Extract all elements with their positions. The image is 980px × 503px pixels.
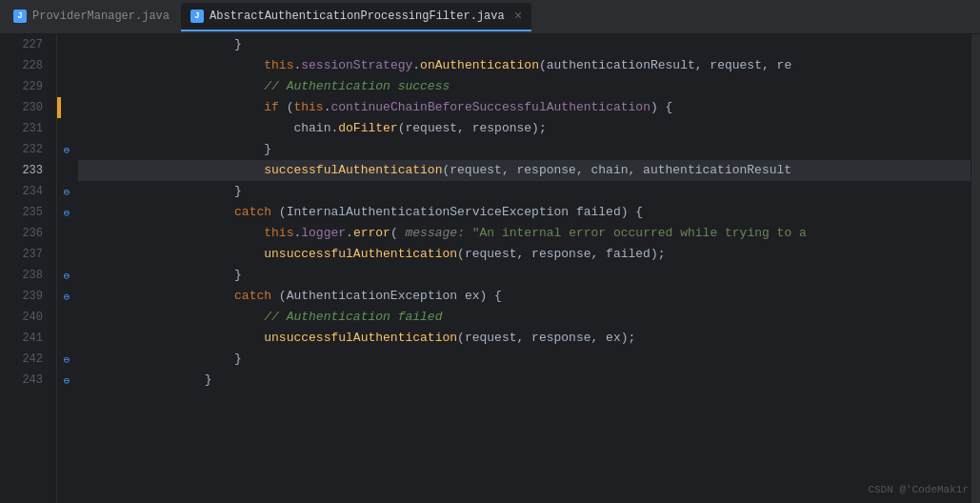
token: (authenticationResult, request, re — [539, 55, 791, 76]
token: . — [346, 223, 353, 244]
line-margin-243: ⊖ — [57, 370, 76, 391]
code-line-228: this.sessionStrategy.onAuthentication(au… — [78, 55, 970, 76]
code-line-243: } — [78, 370, 970, 391]
token: message: — [398, 223, 472, 244]
token: successfulAuthentication — [264, 160, 442, 181]
token: } — [234, 349, 242, 370]
code-line-238: } — [78, 265, 970, 286]
token: doFilter — [338, 118, 397, 139]
code-line-241: unsuccessfulAuthentication(request, resp… — [78, 328, 970, 349]
line-margin-241 — [57, 328, 76, 349]
code-line-239: catch (AuthenticationException ex) { — [78, 286, 970, 307]
editor: 2272282292302312322332342352362372382392… — [0, 34, 980, 503]
line-margin-227 — [57, 34, 76, 55]
line-margin-242: ⊖ — [57, 349, 76, 370]
line-number-231: 231 — [0, 118, 50, 139]
token: chain — [293, 118, 330, 139]
line-margin-234: ⊖ — [57, 181, 76, 202]
token: catch — [234, 286, 271, 307]
token: logger — [301, 223, 346, 244]
line-number-238: 238 — [0, 265, 50, 286]
code-line-232: } — [78, 139, 970, 160]
token: // Authentication success — [264, 76, 450, 97]
token: . — [293, 223, 301, 244]
token: (request, response, failed); — [457, 244, 665, 265]
line-margin-240 — [57, 307, 76, 328]
line-number-236: 236 — [0, 223, 50, 244]
tab-provider[interactable]: J ProviderManager.java — [4, 3, 179, 31]
line-number-240: 240 — [0, 307, 50, 328]
line-margin-235: ⊖ — [57, 202, 76, 223]
token: ( — [271, 286, 287, 307]
token: onAuthentication — [420, 55, 539, 76]
line-number-228: 228 — [0, 55, 50, 76]
token: ( — [279, 97, 294, 118]
code-line-242: } — [78, 349, 970, 370]
code-line-230: if (this.continueChainBeforeSuccessfulAu… — [78, 97, 970, 118]
code-line-229: // Authentication success — [78, 76, 970, 97]
token: (request, response); — [398, 118, 547, 139]
code-line-235: catch (InternalAuthenticationServiceExce… — [78, 202, 970, 223]
tab-abstract[interactable]: J AbstractAuthenticationProcessingFilter… — [181, 3, 531, 31]
code-line-236: this.logger.error( message: "An internal… — [78, 223, 970, 244]
line-margin-230 — [57, 97, 76, 118]
token: this — [264, 223, 293, 244]
token: catch — [234, 202, 271, 223]
token: error — [353, 223, 390, 244]
code-line-227: } — [78, 34, 970, 55]
token: ex) { — [457, 286, 502, 307]
code-line-240: // Authentication failed — [78, 307, 970, 328]
line-number-243: 243 — [0, 370, 50, 391]
code-line-234: } — [78, 181, 970, 202]
abstract-tab-icon: J — [190, 10, 204, 23]
token: InternalAuthenticationServiceException — [287, 202, 569, 223]
code-line-231: chain.doFilter(request, response); — [78, 118, 970, 139]
line-margin-239: ⊖ — [57, 286, 76, 307]
line-number-233: 233 — [0, 160, 50, 181]
watermark: CSDN @'CodeMak1r — [868, 484, 969, 495]
line-number-234: 234 — [0, 181, 50, 202]
provider-tab-icon: J — [13, 10, 27, 23]
scroll-track[interactable] — [970, 34, 980, 503]
provider-tab-label: ProviderManager.java — [32, 10, 170, 23]
token: } — [205, 370, 212, 391]
token: } — [264, 139, 271, 160]
token: ( — [390, 223, 398, 244]
token: . — [293, 55, 301, 76]
token: "An internal error occurred while trying… — [472, 223, 807, 244]
token: unsuccessfulAuthentication — [264, 328, 457, 349]
token: . — [324, 97, 331, 118]
line-number-227: 227 — [0, 34, 50, 55]
line-number-241: 241 — [0, 328, 50, 349]
close-icon[interactable]: × — [514, 9, 522, 24]
left-margin-col: ⊖⊖⊖⊖⊖⊖⊖ — [57, 34, 78, 503]
code-area[interactable]: } this.sessionStrategy.onAuthentication(… — [78, 34, 970, 503]
line-number-230: 230 — [0, 97, 50, 118]
line-number-235: 235 — [0, 202, 50, 223]
token: } — [234, 34, 242, 55]
line-number-242: 242 — [0, 349, 50, 370]
token: AuthenticationException — [287, 286, 457, 307]
token: } — [234, 181, 242, 202]
line-margin-236 — [57, 223, 76, 244]
line-number-232: 232 — [0, 139, 50, 160]
token: (request, response, ex); — [457, 328, 635, 349]
line-margin-238: ⊖ — [57, 265, 76, 286]
tab-bar: J ProviderManager.java J AbstractAuthent… — [0, 0, 980, 34]
token: ) { — [650, 97, 672, 118]
line-margin-231 — [57, 118, 76, 139]
token: failed) { — [569, 202, 643, 223]
line-margin-237 — [57, 244, 76, 265]
gutter: 2272282292302312322332342352362372382392… — [0, 34, 57, 503]
line-number-239: 239 — [0, 286, 50, 307]
line-margin-228 — [57, 55, 76, 76]
code-line-237: unsuccessfulAuthentication(request, resp… — [78, 244, 970, 265]
token: unsuccessfulAuthentication — [264, 244, 457, 265]
token: . — [412, 55, 420, 76]
token: sessionStrategy — [301, 55, 412, 76]
code-line-233: successfulAuthentication(request, respon… — [78, 160, 970, 181]
token: } — [234, 265, 242, 286]
line-margin-233 — [57, 160, 76, 181]
token: (request, response, chain, authenticatio… — [442, 160, 791, 181]
token: this — [293, 97, 323, 118]
